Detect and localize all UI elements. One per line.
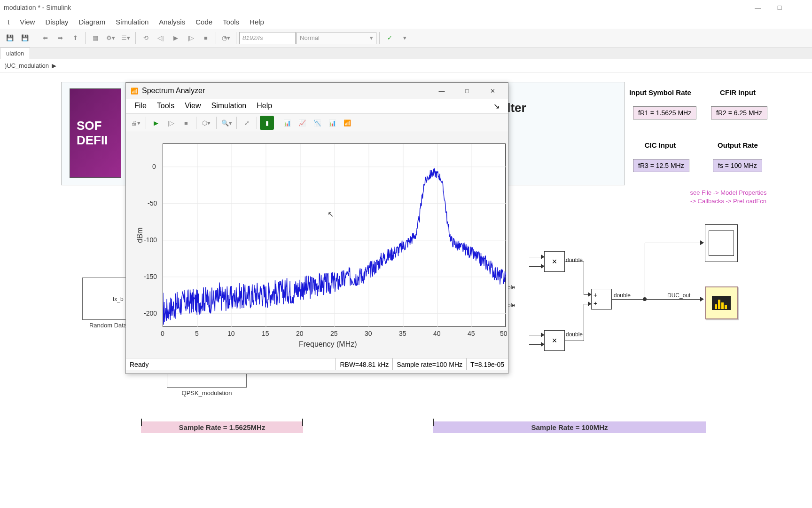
double-sig-sum: double bbox=[614, 292, 631, 299]
sum-block[interactable]: + + bbox=[591, 289, 612, 310]
forward-icon[interactable]: ➡ bbox=[53, 31, 67, 45]
build-dropdown-icon[interactable]: ▾ bbox=[398, 31, 412, 45]
menu-edit-partial[interactable]: t bbox=[3, 16, 14, 28]
popup-step-icon[interactable]: |▷ bbox=[164, 116, 178, 130]
menu-simulation[interactable]: Simulation bbox=[111, 16, 153, 28]
xtick-20: 20 bbox=[296, 330, 304, 337]
record-icon[interactable]: ◔▾ bbox=[219, 31, 233, 45]
status-ready: Ready bbox=[126, 358, 336, 370]
menu-help[interactable]: Help bbox=[245, 16, 269, 28]
simulation-mode-combo[interactable]: Normal▾ bbox=[297, 32, 376, 44]
popup-title: Spectrum Analyzer bbox=[142, 87, 205, 95]
maximize-button[interactable]: □ bbox=[769, 0, 790, 15]
popup-titlebar[interactable]: 📶 Spectrum Analyzer — □ ✕ bbox=[126, 83, 508, 99]
scope-screen-icon bbox=[709, 230, 734, 256]
popup-stop-icon[interactable]: ■ bbox=[179, 116, 193, 130]
sample-rate-output-text: Sample Rate = 100MHz bbox=[531, 423, 608, 431]
popup-close-button[interactable]: ✕ bbox=[482, 83, 503, 98]
ble-label-2: ble bbox=[508, 302, 515, 309]
multiply-block-bottom[interactable]: × bbox=[544, 330, 565, 351]
build-icon[interactable]: ✓ bbox=[383, 31, 397, 45]
explorer-icon[interactable]: ☰▾ bbox=[118, 31, 133, 45]
popup-measure5-icon[interactable]: 📶 bbox=[340, 116, 354, 130]
stop-time-input[interactable] bbox=[239, 32, 296, 44]
library-icon[interactable]: ▦ bbox=[88, 31, 102, 45]
multiply-block-top[interactable]: × bbox=[544, 251, 565, 272]
popup-measure2-icon[interactable]: 📈 bbox=[295, 116, 309, 130]
minimize-button[interactable]: — bbox=[747, 0, 769, 15]
popup-measure1-icon[interactable]: 📊 bbox=[280, 116, 294, 130]
xtick-15: 15 bbox=[262, 330, 269, 337]
popup-zoom-icon[interactable]: 🔍▾ bbox=[219, 116, 234, 130]
back-icon[interactable]: ⬅ bbox=[38, 31, 52, 45]
step-back-icon[interactable]: ◁| bbox=[154, 31, 168, 45]
spectrum-icon bbox=[712, 296, 731, 310]
stop-icon[interactable]: ■ bbox=[199, 31, 213, 45]
step-forward-icon[interactable]: |▷ bbox=[184, 31, 198, 45]
popup-print-icon[interactable]: 🖨▾ bbox=[129, 116, 143, 130]
xtick-5: 5 bbox=[195, 330, 199, 337]
fr2-box: fR2 = 6.25 MHz bbox=[711, 106, 767, 119]
svg-rect-3 bbox=[721, 302, 724, 309]
ytick-150: -150 bbox=[144, 273, 157, 280]
y-axis-label: dBm bbox=[136, 228, 144, 243]
path-segment[interactable]: )UC_modulation bbox=[5, 62, 49, 69]
fr1-box: fR1 = 1.5625 MHz bbox=[633, 106, 696, 119]
popup-menu-file[interactable]: File bbox=[130, 100, 151, 112]
config-icon[interactable]: ⚙▾ bbox=[103, 31, 117, 45]
menu-code[interactable]: Code bbox=[191, 16, 217, 28]
fast-restart-icon[interactable]: ⟲ bbox=[139, 31, 153, 45]
svg-rect-2 bbox=[718, 300, 720, 309]
duc-out-label: DUC_out bbox=[667, 292, 690, 299]
output-rate-title: Output Rate bbox=[705, 141, 771, 149]
menu-tools[interactable]: Tools bbox=[218, 16, 244, 28]
ytick-100: -100 bbox=[144, 236, 157, 244]
status-time: T=8.19e-05 bbox=[466, 358, 508, 370]
popup-measure3-icon[interactable]: 📉 bbox=[310, 116, 324, 130]
sample-rate-output-bar: Sample Rate = 100MHz bbox=[433, 421, 706, 433]
hint-line1: see File -> Model Properties bbox=[658, 189, 799, 196]
tx-label: tx_b bbox=[113, 296, 124, 302]
up-icon[interactable]: ⬆ bbox=[68, 31, 82, 45]
menu-display[interactable]: Display bbox=[40, 16, 73, 28]
save-all-icon[interactable]: 💾 bbox=[18, 31, 32, 45]
spectrum-block[interactable] bbox=[705, 286, 738, 319]
popup-autoscale-icon[interactable]: ⤢ bbox=[240, 116, 254, 130]
popup-menu-help[interactable]: Help bbox=[252, 100, 277, 112]
popup-menu-tools[interactable]: Tools bbox=[152, 100, 179, 112]
double-sig-bottom: double bbox=[566, 331, 583, 338]
popup-minimize-button[interactable]: — bbox=[431, 83, 453, 98]
save-icon[interactable]: 💾 bbox=[3, 31, 17, 45]
menu-diagram[interactable]: Diagram bbox=[74, 16, 110, 28]
title-card-line1: SOF bbox=[77, 119, 102, 133]
popup-run-icon[interactable]: ▶ bbox=[149, 116, 163, 130]
main-menubar: t View Display Diagram Simulation Analys… bbox=[0, 15, 812, 29]
simulink-main-window: modulation * - Simulink — □ t View Displ… bbox=[0, 0, 812, 508]
scope-block[interactable] bbox=[705, 224, 738, 262]
xtick-50: 50 bbox=[500, 330, 508, 337]
cursor-icon: ↖ bbox=[328, 210, 334, 219]
run-icon[interactable]: ▶ bbox=[169, 31, 183, 45]
double-sig-top: double bbox=[566, 257, 583, 263]
xtick-45: 45 bbox=[468, 330, 475, 337]
ytick-0: 0 bbox=[152, 163, 156, 170]
popup-menubar: File Tools View Simulation Help ↘ bbox=[126, 99, 508, 113]
xtick-0: 0 bbox=[161, 330, 164, 337]
spectrum-analyzer-window[interactable]: 📶 Spectrum Analyzer — □ ✕ File Tools Vie… bbox=[125, 82, 508, 374]
main-titlebar: modulation * - Simulink — □ bbox=[0, 0, 812, 15]
popup-dock-icon[interactable]: ↘ bbox=[489, 100, 504, 112]
popup-spectrum-icon[interactable]: ▮ bbox=[260, 116, 274, 130]
sim-mode-value: Normal bbox=[300, 34, 320, 41]
menu-view[interactable]: View bbox=[15, 16, 39, 28]
close-button[interactable] bbox=[790, 0, 812, 15]
popup-maximize-button[interactable]: □ bbox=[456, 83, 478, 98]
plot-box[interactable]: ↖ bbox=[163, 143, 506, 327]
cfir-input-title: CFIR Input bbox=[705, 88, 771, 96]
menu-analysis[interactable]: Analysis bbox=[154, 16, 190, 28]
popup-highlight-icon[interactable]: ⬡▾ bbox=[199, 116, 213, 130]
popup-measure4-icon[interactable]: 📊 bbox=[325, 116, 339, 130]
popup-menu-view[interactable]: View bbox=[180, 100, 205, 112]
xtick-40: 40 bbox=[433, 330, 441, 337]
popup-menu-simulation[interactable]: Simulation bbox=[207, 100, 251, 112]
tab-modulation[interactable]: ulation bbox=[0, 48, 30, 59]
